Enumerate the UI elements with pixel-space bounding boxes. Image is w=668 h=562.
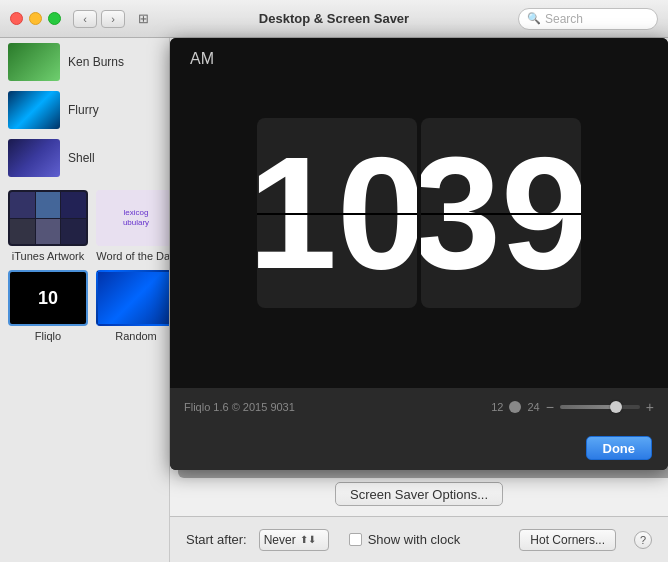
size-minus-icon[interactable]: − xyxy=(546,399,554,415)
show-clock-wrap: Show with clock xyxy=(349,532,460,547)
maximize-button[interactable] xyxy=(48,12,61,25)
list-item-flurry[interactable]: Flurry xyxy=(0,86,169,134)
start-after-select[interactable]: Never ⬆⬇ xyxy=(259,529,329,551)
size-dot xyxy=(509,401,521,413)
show-clock-checkbox[interactable] xyxy=(349,533,362,546)
lower-item-itunes[interactable]: iTunes Artwork xyxy=(8,190,88,262)
preview-area: AM 10 39 Fliqlo 1.6 © 2015 9031 12 24 − xyxy=(170,38,668,516)
search-placeholder: Search xyxy=(545,12,583,26)
lower-item-random[interactable]: Random xyxy=(96,270,170,342)
close-button[interactable] xyxy=(10,12,23,25)
window-title: Desktop & Screen Saver xyxy=(259,11,409,26)
select-arrow-icon: ⬆⬇ xyxy=(300,534,316,545)
fliqlo-popup: AM 10 39 Fliqlo 1.6 © 2015 9031 12 24 − xyxy=(170,38,668,470)
fliqlo-display: AM 10 39 xyxy=(170,38,668,388)
thumb-fliqlo: 10 xyxy=(8,270,88,326)
label-fliqlo: Fliqlo xyxy=(35,330,61,342)
fliqlo-footer: Done xyxy=(170,426,668,470)
thumb-ken xyxy=(8,43,60,81)
hot-corners-button[interactable]: Hot Corners... xyxy=(519,529,616,551)
fliqlo-copyright: Fliqlo 1.6 © 2015 9031 xyxy=(184,401,295,413)
thumb-word: lexicogubulary xyxy=(96,190,170,246)
fliqlo-window: AM 10 39 Fliqlo 1.6 © 2015 9031 12 24 − xyxy=(170,38,668,470)
size-slider[interactable] xyxy=(560,405,640,409)
lower-item-fliqlo[interactable]: 10 Fliqlo xyxy=(8,270,88,342)
screensaver-list-panel: Ken Burns Flurry Shell iTunes Ar xyxy=(0,38,170,562)
start-after-value: Never xyxy=(264,533,296,547)
label-itunes: iTunes Artwork xyxy=(12,250,84,262)
grid-button[interactable]: ⊞ xyxy=(133,10,153,28)
flip-hour: 10 xyxy=(257,118,417,308)
label-shell: Shell xyxy=(68,151,95,165)
size-plus-icon[interactable]: + xyxy=(646,399,654,415)
label-ken: Ken Burns xyxy=(68,55,124,69)
label-word: Word of the Day xyxy=(96,250,170,262)
label-random: Random xyxy=(115,330,157,342)
minimize-button[interactable] xyxy=(29,12,42,25)
nav-buttons: ‹ › xyxy=(73,10,125,28)
search-box[interactable]: 🔍 Search xyxy=(518,8,658,30)
thumb-shell xyxy=(8,139,60,177)
right-panel: AM 10 39 Fliqlo 1.6 © 2015 9031 12 24 − xyxy=(170,38,668,562)
list-item-ken[interactable]: Ken Burns xyxy=(0,38,169,86)
fliqlo-controls: Fliqlo 1.6 © 2015 9031 12 24 − + xyxy=(170,388,668,426)
preview-bottom: APPNEE.COM Screen Saver Options... xyxy=(170,474,668,506)
label-flurry: Flurry xyxy=(68,103,99,117)
help-button[interactable]: ? xyxy=(634,531,652,549)
size-12-label: 12 xyxy=(491,401,503,413)
main-content: Ken Burns Flurry Shell iTunes Ar xyxy=(0,38,668,562)
back-button[interactable]: ‹ xyxy=(73,10,97,28)
size-slider-knob[interactable] xyxy=(610,401,622,413)
forward-button[interactable]: › xyxy=(101,10,125,28)
title-bar: ‹ › ⊞ Desktop & Screen Saver 🔍 Search xyxy=(0,0,668,38)
done-button[interactable]: Done xyxy=(586,436,653,460)
lower-item-word[interactable]: lexicogubulary Word of the Day xyxy=(96,190,170,262)
thumb-random xyxy=(96,270,170,326)
start-after-label: Start after: xyxy=(186,532,247,547)
thumb-itunes xyxy=(8,190,88,246)
list-item-shell[interactable]: Shell xyxy=(0,134,169,182)
bottom-bar: Start after: Never ⬆⬇ Show with clock Ho… xyxy=(170,516,668,562)
search-icon: 🔍 xyxy=(527,12,541,25)
traffic-lights xyxy=(10,12,61,25)
fliqlo-am: AM xyxy=(190,50,214,68)
fliqlo-size-control: 12 24 − + xyxy=(491,399,654,415)
lower-grid: iTunes Artwork lexicogubulary Word of th… xyxy=(0,182,169,350)
flip-minute: 39 xyxy=(421,118,581,308)
thumb-flurry xyxy=(8,91,60,129)
size-24-label: 24 xyxy=(527,401,539,413)
show-clock-label: Show with clock xyxy=(368,532,460,547)
screen-saver-options-button[interactable]: Screen Saver Options... xyxy=(335,482,503,506)
